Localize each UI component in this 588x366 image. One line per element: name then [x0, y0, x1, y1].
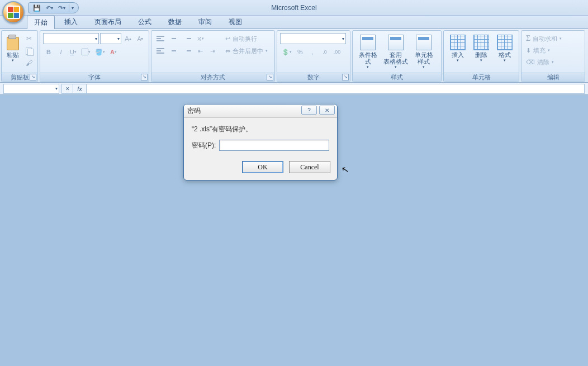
sigma-icon: Σ: [526, 34, 530, 43]
title-bar: 💾 ↶▾ ↷▾ ▾ Microsoft Excel: [0, 0, 588, 16]
chevron-down-icon[interactable]: ▾: [63, 6, 65, 11]
align-bottom-icon: [183, 35, 192, 42]
qat-redo-button[interactable]: ↷▾: [56, 3, 67, 12]
italic-button[interactable]: I: [55, 46, 67, 58]
autosum-button[interactable]: Σ自动求和▾: [524, 33, 572, 44]
insert-cells-button[interactable]: 插入▾: [447, 33, 469, 70]
cut-button[interactable]: ✂: [23, 33, 35, 44]
increase-decimal-button[interactable]: .0: [319, 46, 330, 58]
align-bottom-button[interactable]: [181, 33, 193, 44]
dialog-title-bar[interactable]: 密码 ? ✕: [184, 104, 337, 118]
clear-button[interactable]: ⌫清除▾: [524, 56, 563, 68]
format-cells-button[interactable]: 格式▾: [494, 33, 516, 70]
undo-icon: ↶: [46, 4, 51, 12]
wrap-text-button[interactable]: ↩自动换行: [224, 33, 272, 44]
font-color-button[interactable]: A▾: [108, 46, 119, 58]
insert-function-button[interactable]: fx: [73, 84, 86, 94]
group-cells: 插入▾ 删除▾ 格式▾ 单元格: [443, 30, 519, 82]
accounting-format-button[interactable]: 💲▾: [280, 46, 293, 58]
comma-icon: ,: [311, 49, 313, 55]
cell-styles-button[interactable]: 单元格 样式▾: [411, 33, 436, 70]
x-icon: ✕: [65, 86, 70, 92]
format-painter-button[interactable]: 🖌: [23, 58, 35, 69]
decrease-decimal-button[interactable]: .00: [331, 46, 343, 58]
align-top-button[interactable]: [154, 33, 167, 44]
name-box[interactable]: ▾: [3, 84, 59, 94]
cancel-button[interactable]: Cancel: [289, 161, 330, 173]
chevron-down-icon: ▾: [55, 86, 58, 91]
cond-format-icon: [360, 35, 376, 50]
tab-formulas[interactable]: 公式: [131, 15, 159, 28]
office-button[interactable]: [2, 1, 25, 23]
redo-icon: ↷: [58, 4, 63, 12]
qat-customize-button[interactable]: ▾: [72, 6, 74, 11]
number-format-combo[interactable]: ▾: [280, 33, 346, 44]
align-left-icon: [156, 47, 165, 55]
underline-button[interactable]: U▾: [68, 46, 79, 58]
chevron-down-icon: ▾: [12, 58, 14, 63]
comma-button[interactable]: ,: [307, 46, 318, 58]
office-logo-icon: [7, 6, 20, 19]
tab-data[interactable]: 数据: [161, 15, 189, 28]
grow-font-button[interactable]: A▴: [122, 33, 134, 44]
copy-button[interactable]: [23, 45, 35, 56]
align-center-icon: [169, 47, 178, 55]
fill-down-icon: ⬇: [526, 47, 531, 54]
tab-insert[interactable]: 插入: [57, 15, 85, 28]
tab-page-layout[interactable]: 页面布局: [87, 15, 129, 28]
dialog-close-button[interactable]: ✕: [319, 106, 335, 115]
increase-indent-button[interactable]: ⇥: [207, 45, 218, 56]
delete-cells-button[interactable]: 删除▾: [470, 33, 492, 70]
tab-home[interactable]: 开始: [27, 15, 55, 29]
shrink-font-button[interactable]: A▾: [135, 33, 146, 44]
percent-button[interactable]: %: [295, 46, 306, 58]
merge-icon: ⇔: [225, 47, 230, 55]
paste-button[interactable]: 粘贴 ▾: [4, 33, 21, 70]
shrink-font-icon: A: [137, 36, 141, 42]
group-styles: 条件格式▾ 套用 表格格式▾ 单元格 样式▾ 样式: [352, 30, 442, 82]
format-as-table-button[interactable]: 套用 表格格式▾: [381, 33, 410, 70]
align-left-button[interactable]: [154, 45, 167, 56]
chevron-down-icon[interactable]: ▾: [51, 6, 53, 11]
grow-font-icon: A: [125, 35, 130, 43]
dialog-launcher-icon[interactable]: ↘: [30, 74, 36, 80]
tab-view[interactable]: 视图: [221, 15, 249, 28]
orientation-button[interactable]: ⤮▾: [195, 33, 206, 44]
dialog-message: “2 .xls”有密码保护。: [192, 125, 329, 134]
wrap-icon: ↩: [225, 35, 230, 42]
dialog-launcher-icon[interactable]: ↘: [141, 74, 148, 80]
conditional-format-button[interactable]: 条件格式▾: [355, 33, 380, 70]
font-name-combo[interactable]: ▾: [43, 33, 99, 44]
ribbon-tabs: 开始 插入 页面布局 公式 数据 审阅 视图: [0, 16, 588, 29]
ok-button[interactable]: OK: [242, 161, 283, 173]
border-button[interactable]: ▾: [80, 46, 92, 58]
dialog-launcher-icon[interactable]: ↘: [267, 74, 273, 80]
paste-icon: [5, 35, 21, 50]
dialog-help-button[interactable]: ?: [301, 106, 317, 115]
tab-review[interactable]: 审阅: [191, 15, 219, 28]
group-label-number: 数字↘: [277, 73, 350, 82]
bold-button[interactable]: B: [43, 46, 54, 58]
italic-icon: I: [60, 49, 61, 55]
fill-color-button[interactable]: 🪣▾: [93, 46, 107, 58]
font-size-combo[interactable]: ▾: [100, 33, 121, 44]
fill-button[interactable]: ⬇填充▾: [524, 45, 563, 56]
brush-icon: 🖌: [26, 59, 32, 67]
dialog-title: 密码: [187, 106, 201, 116]
align-middle-button[interactable]: [168, 33, 180, 44]
group-alignment: ⤮▾ ⇤ ⇥ ↩自动换行 ⇔合并后居中▾ 对齐方式↘: [151, 30, 275, 82]
qat-undo-button[interactable]: ↶▾: [44, 3, 54, 12]
qat-save-button[interactable]: 💾: [32, 3, 42, 12]
percent-icon: %: [297, 49, 303, 55]
formula-bar: ▾ ✕ fx: [0, 83, 588, 95]
align-right-button[interactable]: [181, 45, 193, 56]
indent-icon: ⇥: [210, 47, 215, 55]
formula-input[interactable]: [86, 84, 585, 94]
decrease-indent-button[interactable]: ⇤: [195, 45, 206, 56]
cancel-formula-button[interactable]: ✕: [61, 84, 73, 94]
password-input[interactable]: [219, 140, 329, 151]
align-center-button[interactable]: [168, 45, 180, 56]
merge-center-button[interactable]: ⇔合并后居中▾: [224, 45, 278, 56]
dialog-launcher-icon[interactable]: ↘: [342, 74, 349, 80]
copy-icon: [26, 47, 32, 54]
